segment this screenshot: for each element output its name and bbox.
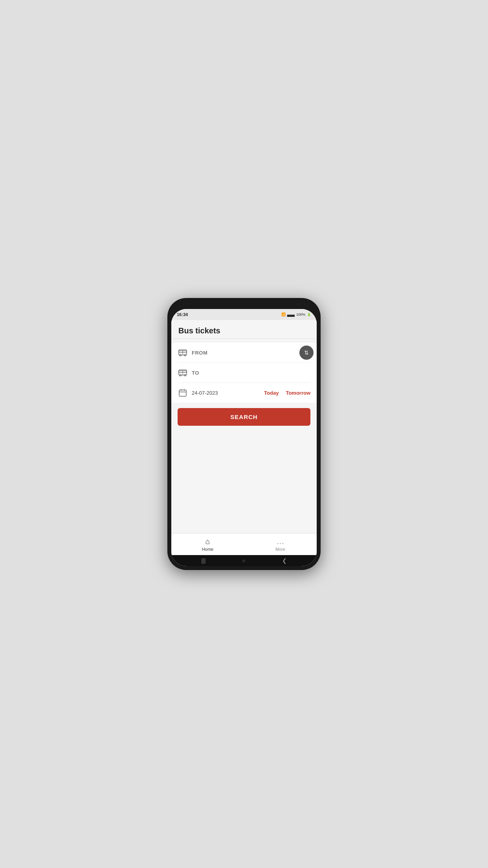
date-shortcuts: Today Tomorrow (264, 390, 310, 396)
search-button[interactable]: SEARCH (178, 408, 310, 426)
battery-icon: 🔋 (307, 313, 311, 316)
phone-frame: 16:34 📶 ▄▄▄ 100% 🔋 Bus tickets (167, 298, 321, 570)
svg-point-8 (180, 375, 181, 376)
nav-home[interactable]: ⌂ Home (171, 533, 244, 555)
home-icon: ⌂ (205, 537, 210, 546)
calendar-icon (178, 388, 188, 398)
swap-button[interactable]: ⇅ (299, 346, 314, 360)
wifi-icon: 📶 (281, 313, 286, 316)
to-input[interactable] (192, 370, 310, 376)
phone-top-bezel (171, 302, 317, 309)
android-recents-btn[interactable]: ||| (201, 557, 205, 564)
to-row (178, 363, 310, 383)
status-time: 16:34 (177, 312, 188, 317)
tomorrow-button[interactable]: Tomorrow (286, 390, 310, 396)
booking-form: ⇅ (171, 343, 317, 403)
page-title: Bus tickets (171, 320, 317, 339)
date-row: 24-07-2023 Today Tomorrow (178, 383, 310, 403)
main-body (171, 431, 317, 533)
today-button[interactable]: Today (264, 390, 279, 396)
bottom-nav: ⌂ Home … More (171, 533, 317, 555)
app-content: Bus tickets (171, 320, 317, 555)
svg-point-2 (180, 355, 181, 356)
home-label: Home (202, 547, 213, 552)
bus-from-icon (178, 348, 188, 358)
swap-icon: ⇅ (304, 349, 309, 356)
svg-point-3 (184, 355, 186, 356)
more-icon: … (277, 537, 284, 546)
bus-to-icon (178, 368, 188, 378)
android-back-btn[interactable]: ❮ (282, 557, 287, 564)
svg-rect-12 (179, 390, 186, 396)
status-icons: 📶 ▄▄▄ 100% 🔋 (281, 313, 311, 316)
more-label: More (275, 547, 285, 552)
status-bar: 16:34 📶 ▄▄▄ 100% 🔋 (171, 309, 317, 320)
phone-screen: 16:34 📶 ▄▄▄ 100% 🔋 Bus tickets (171, 309, 317, 566)
from-row: ⇅ (178, 343, 310, 363)
android-home-btn[interactable]: ○ (242, 557, 245, 564)
from-input[interactable] (192, 350, 310, 356)
battery-text: 100% (296, 313, 305, 316)
android-nav-bar: ||| ○ ❮ (171, 555, 317, 566)
signal-icon: ▄▄▄ (287, 313, 295, 316)
nav-more[interactable]: … More (244, 533, 317, 555)
svg-point-9 (184, 375, 186, 376)
date-value[interactable]: 24-07-2023 (192, 390, 264, 396)
